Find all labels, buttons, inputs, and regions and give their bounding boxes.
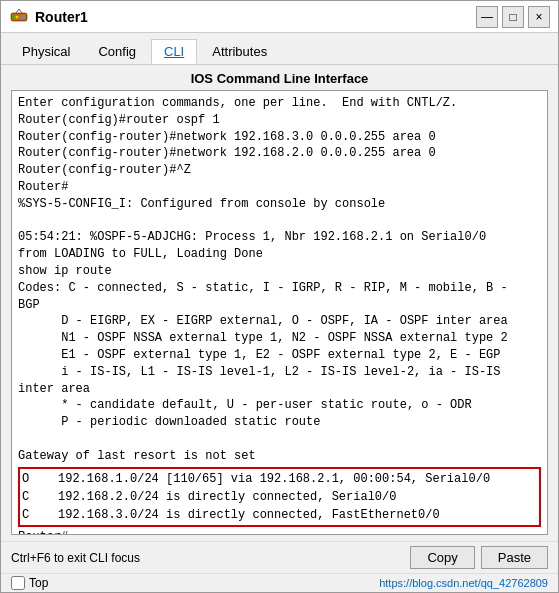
svg-line-4 [16,9,19,13]
cli-section-header: IOS Command Line Interface [11,71,548,86]
close-button[interactable]: × [528,6,550,28]
maximize-button[interactable]: □ [502,6,524,28]
footer-left: Top [11,576,48,590]
router-icon [9,7,29,27]
titlebar-controls: — □ × [476,6,550,28]
tab-cli[interactable]: CLI [151,39,197,64]
main-window: Router1 — □ × Physical Config CLI Attrib… [0,0,559,593]
svg-point-1 [13,15,16,18]
svg-point-2 [16,15,19,18]
top-checkbox[interactable] [11,576,25,590]
watermark-link: https://blog.csdn.net/qq_42762809 [379,577,548,589]
svg-line-5 [19,9,22,13]
highlighted-routes: O 192.168.1.0/24 [110/65] via 192.168.2.… [18,467,541,527]
svg-rect-3 [20,15,25,19]
titlebar-left: Router1 [9,7,88,27]
paste-button[interactable]: Paste [481,546,548,569]
tab-attributes[interactable]: Attributes [199,39,280,64]
terminal-container[interactable]: Enter configuration commands, one per li… [11,90,548,535]
terminal-output: Enter configuration commands, one per li… [18,95,541,465]
minimize-button[interactable]: — [476,6,498,28]
terminal-prompt: Router# [18,529,541,534]
titlebar: Router1 — □ × [1,1,558,33]
route-line-3: C 192.168.3.0/24 is directly connected, … [22,506,537,524]
copy-button[interactable]: Copy [410,546,474,569]
terminal-scroll[interactable]: Enter configuration commands, one per li… [12,91,547,534]
shortcut-hint: Ctrl+F6 to exit CLI focus [11,551,140,565]
content-area: IOS Command Line Interface Enter configu… [1,65,558,541]
bottom-action-bar: Ctrl+F6 to exit CLI focus Copy Paste [1,541,558,573]
route-line-2: C 192.168.2.0/24 is directly connected, … [22,488,537,506]
action-buttons: Copy Paste [410,546,548,569]
tab-physical[interactable]: Physical [9,39,83,64]
window-title: Router1 [35,9,88,25]
tab-bar: Physical Config CLI Attributes [1,33,558,65]
footer-bar: Top https://blog.csdn.net/qq_42762809 [1,573,558,592]
tab-config[interactable]: Config [85,39,149,64]
top-label: Top [29,576,48,590]
route-line-1: O 192.168.1.0/24 [110/65] via 192.168.2.… [22,470,537,488]
